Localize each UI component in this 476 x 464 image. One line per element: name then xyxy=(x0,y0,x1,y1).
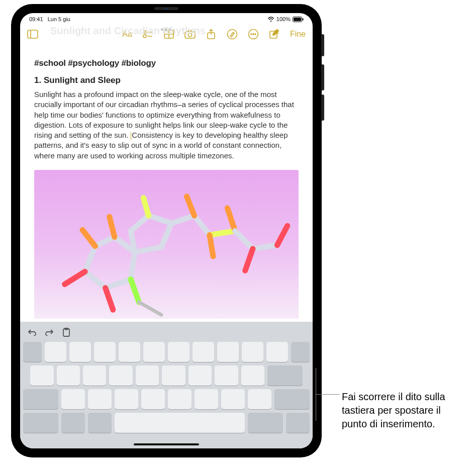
svg-point-9 xyxy=(143,35,146,38)
svg-line-34 xyxy=(245,249,253,270)
key-numbers[interactable] xyxy=(23,413,58,433)
svg-line-38 xyxy=(186,196,194,215)
svg-point-19 xyxy=(251,34,252,35)
key-mic[interactable] xyxy=(88,413,112,433)
key-hide-keyboard[interactable] xyxy=(286,413,310,433)
svg-line-39 xyxy=(210,235,213,256)
key-numbers[interactable] xyxy=(248,413,283,433)
key-return[interactable] xyxy=(267,365,303,386)
home-indicator[interactable] xyxy=(134,443,199,445)
wifi-icon xyxy=(267,17,274,22)
key-blank[interactable] xyxy=(168,342,189,362)
key-shift[interactable] xyxy=(274,389,310,409)
svg-point-21 xyxy=(255,34,256,35)
svg-rect-3 xyxy=(303,18,304,21)
svg-point-20 xyxy=(253,34,254,35)
keyboard-keys[interactable] xyxy=(20,340,313,448)
svg-line-30 xyxy=(210,231,235,235)
status-date: Lun 5 giu xyxy=(48,16,70,22)
redo-icon[interactable] xyxy=(44,327,54,337)
key-space[interactable] xyxy=(115,413,244,433)
svg-line-25 xyxy=(106,288,113,309)
key-blank[interactable] xyxy=(88,389,112,409)
done-button[interactable]: Fine xyxy=(290,30,306,39)
section-title-text: Sunlight and Sleep xyxy=(44,75,121,85)
key-blank[interactable] xyxy=(217,342,239,362)
front-camera xyxy=(154,7,178,10)
svg-line-35 xyxy=(277,226,287,245)
hashtags-line[interactable]: #school #psychology #biology xyxy=(34,58,299,68)
key-blank[interactable] xyxy=(195,389,218,409)
checklist-icon[interactable] xyxy=(142,29,153,40)
share-icon[interactable] xyxy=(206,29,217,40)
status-time: 09:41 xyxy=(29,16,43,22)
volume-up-button[interactable] xyxy=(321,64,324,90)
battery-icon xyxy=(293,17,304,22)
keyboard-shortcut-row xyxy=(20,325,313,340)
undo-icon[interactable] xyxy=(27,327,37,337)
svg-rect-41 xyxy=(65,328,68,330)
ipad-device-frame: 09:41 Lun 5 giu 100% ••• Sunlight and Ci… xyxy=(11,4,322,457)
callout-text: Fai scorrere il dito sulla tastiera per … xyxy=(342,390,467,431)
key-globe[interactable] xyxy=(61,413,85,433)
svg-line-23 xyxy=(143,198,148,215)
clipboard-paste-icon[interactable] xyxy=(61,327,71,337)
svg-line-24 xyxy=(65,271,85,284)
svg-line-27 xyxy=(139,302,161,315)
svg-line-29 xyxy=(195,216,210,235)
svg-line-36 xyxy=(82,230,95,246)
camera-icon[interactable] xyxy=(184,29,196,40)
key-blank[interactable] xyxy=(109,365,132,386)
key-blank[interactable] xyxy=(94,342,116,362)
key-blank[interactable] xyxy=(168,389,192,409)
svg-rect-2 xyxy=(294,18,301,21)
note-content[interactable]: #school #psychology #biology 1. Sunlight… xyxy=(20,45,313,322)
key-blank[interactable] xyxy=(248,389,271,409)
svg-line-37 xyxy=(110,217,115,237)
section-heading[interactable]: 1. Sunlight and Sleep xyxy=(34,75,299,85)
compose-icon[interactable] xyxy=(269,29,280,40)
section-number: 1. xyxy=(34,75,41,85)
svg-line-31 xyxy=(227,208,235,231)
molecule-illustration xyxy=(34,170,299,319)
screen: 09:41 Lun 5 giu 100% ••• Sunlight and Ci… xyxy=(20,13,313,448)
key-blank[interactable] xyxy=(30,365,53,386)
onscreen-keyboard-trackpad[interactable] xyxy=(20,322,313,448)
markup-icon[interactable] xyxy=(227,29,238,40)
svg-line-26 xyxy=(131,279,139,302)
key-blank[interactable] xyxy=(45,342,66,362)
key-blank[interactable] xyxy=(242,342,263,362)
key-blank[interactable] xyxy=(221,389,245,409)
key-shift[interactable] xyxy=(23,389,58,409)
key-blank[interactable] xyxy=(69,342,91,362)
svg-point-14 xyxy=(188,33,192,37)
key-delete[interactable] xyxy=(291,342,310,362)
embedded-image[interactable] xyxy=(34,170,299,319)
key-blank[interactable] xyxy=(266,342,288,362)
key-blank[interactable] xyxy=(215,365,238,386)
key-blank[interactable] xyxy=(61,389,85,409)
sidebar-icon[interactable] xyxy=(27,29,38,40)
svg-rect-13 xyxy=(185,32,195,38)
volume-down-button[interactable] xyxy=(321,95,324,121)
key-blank[interactable] xyxy=(141,389,165,409)
format-text-button[interactable]: Aa xyxy=(122,30,132,39)
status-time-date: 09:41 Lun 5 giu xyxy=(29,16,70,22)
key-blank[interactable] xyxy=(188,365,212,386)
key-blank[interactable] xyxy=(23,342,42,362)
key-blank[interactable] xyxy=(136,365,159,386)
key-blank[interactable] xyxy=(193,342,214,362)
key-blank[interactable] xyxy=(241,365,264,386)
key-blank[interactable] xyxy=(143,342,165,362)
svg-rect-4 xyxy=(28,30,38,38)
multitask-dots-icon[interactable]: ••• xyxy=(161,25,172,34)
more-circle-icon[interactable] xyxy=(248,29,259,40)
key-blank[interactable] xyxy=(119,342,140,362)
body-paragraph[interactable]: Sunlight has a profound impact on the sl… xyxy=(34,89,299,161)
svg-point-0 xyxy=(270,20,271,21)
power-button[interactable] xyxy=(321,34,324,56)
key-blank[interactable] xyxy=(162,365,185,386)
key-blank[interactable] xyxy=(83,365,106,386)
key-blank[interactable] xyxy=(115,389,138,409)
key-blank[interactable] xyxy=(57,365,80,386)
